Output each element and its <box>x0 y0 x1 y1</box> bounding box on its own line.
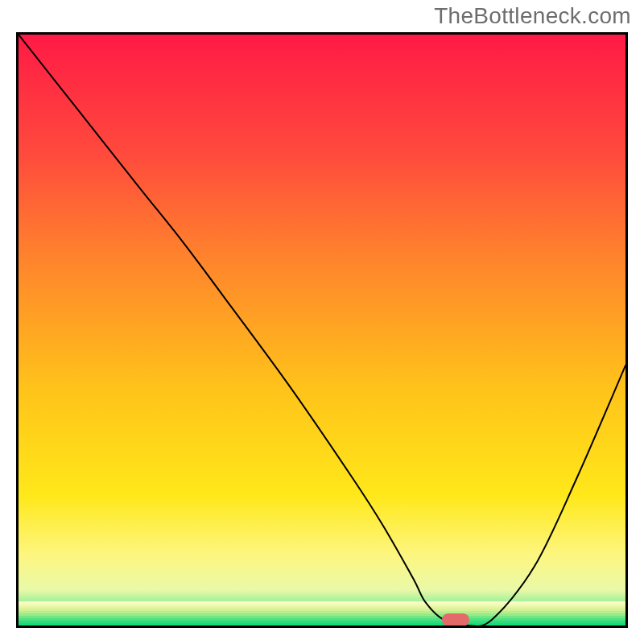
bottleneck-curve <box>19 35 625 625</box>
optimal-point-marker <box>442 613 469 626</box>
plot-area <box>16 32 628 628</box>
watermark-text: TheBottleneck.com <box>434 3 631 29</box>
chart-frame: TheBottleneck.com <box>0 0 644 644</box>
